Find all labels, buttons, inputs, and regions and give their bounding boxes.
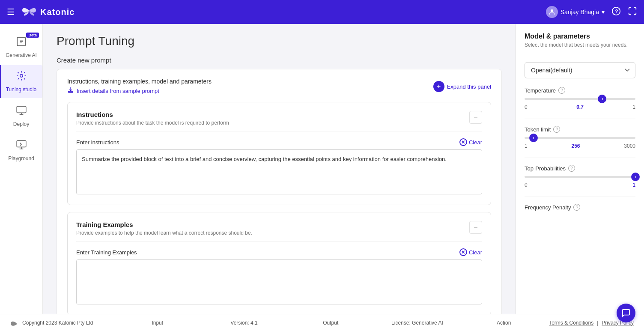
training-header-text: Training Examples Provide examples to he…	[76, 221, 252, 236]
playground-icon	[16, 139, 27, 153]
svg-point-0	[551, 9, 553, 12]
content-area: Prompt Tuning Create new prompt Instruct…	[43, 24, 516, 314]
top-prob-slider-track[interactable]	[525, 176, 635, 178]
terms-link[interactable]: Terms & Conditions	[549, 320, 593, 326]
insert-sample-icon	[67, 86, 74, 95]
user-chevron-icon: ▾	[602, 9, 605, 15]
copyright-text: Copyright 2023 Katonic Pty Ltd	[22, 320, 93, 326]
footer-divider: |	[597, 320, 598, 326]
card-header: Instructions, training examples, model a…	[67, 78, 491, 95]
expand-panel-label: Expand this panel	[447, 83, 491, 90]
frequency-penalty-help-icon[interactable]: ?	[573, 204, 580, 211]
instructions-field-label: Enter instructions ✕ Clear	[76, 138, 482, 146]
create-section-label: Create new prompt	[57, 57, 502, 64]
sidebar-item-label: Tuning studio	[6, 86, 37, 92]
training-title: Training Examples	[76, 221, 252, 228]
training-examples-section: Training Examples Provide examples to he…	[67, 212, 491, 314]
training-clear-button[interactable]: ✕ Clear	[459, 248, 482, 256]
instructions-section-header: Instructions Provide instructions about …	[76, 111, 482, 131]
menu-toggle-button[interactable]: ☰	[7, 7, 15, 17]
user-menu[interactable]: Sanjay Bhagia ▾	[546, 6, 605, 18]
instructions-title: Instructions	[76, 111, 229, 118]
training-clear-label: Clear	[469, 249, 482, 256]
instructions-textarea[interactable]: Summarize the provided block of text int…	[76, 149, 482, 194]
top-prob-value: 1	[632, 182, 635, 188]
card-header-left: Instructions, training examples, model a…	[67, 78, 212, 95]
output-label: Output	[323, 320, 338, 326]
temperature-slider-track[interactable]	[525, 98, 635, 100]
sidebar-item-playground[interactable]: Playground	[0, 134, 42, 167]
input-section: Input	[114, 320, 201, 326]
license-section: License: Generative AI	[374, 320, 460, 326]
token-limit-slider-thumb[interactable]	[529, 134, 538, 142]
training-collapse-button[interactable]: −	[469, 221, 482, 234]
active-indicator	[0, 65, 1, 98]
logo: Katonic	[21, 4, 546, 20]
sidebar-item-label: Generative AI	[6, 52, 37, 58]
token-limit-help-icon[interactable]: ?	[553, 126, 560, 133]
temperature-slider-container: Temperature ? 0 0.7 1	[525, 87, 635, 110]
fullscreen-button[interactable]	[628, 6, 637, 18]
token-limit-label: Token limit ?	[525, 126, 635, 133]
instructions-collapse-button[interactable]: −	[469, 111, 482, 124]
temperature-value: 0.7	[576, 104, 584, 110]
param-divider-2	[525, 158, 635, 158]
expand-panel-button[interactable]: + Expand this panel	[433, 81, 491, 92]
deploy-icon	[16, 105, 27, 119]
model-select[interactable]: Openai(default)	[525, 62, 635, 78]
sidebar-item-generative-ai[interactable]: Beta Generative AI	[0, 31, 42, 63]
generative-ai-icon	[16, 36, 27, 50]
training-textarea[interactable]	[76, 259, 482, 304]
sidebar-item-label: Deploy	[13, 121, 29, 127]
temperature-slider-thumb[interactable]	[598, 95, 606, 103]
token-limit-value: 256	[571, 143, 580, 149]
top-prob-slider-thumb[interactable]	[631, 173, 640, 181]
license-label: License: Generative AI	[391, 320, 443, 326]
training-field-label: Enter Training Examples ✕ Clear	[76, 248, 482, 256]
param-divider-3	[525, 197, 635, 197]
instructions-desc: Provide instructions about the task the …	[76, 120, 229, 126]
copyright-section: Copyright 2023 Katonic Pty Ltd	[10, 319, 114, 327]
output-section: Output	[287, 320, 374, 326]
logo-icon	[21, 4, 37, 20]
model-params-title: Model & parameters	[525, 33, 635, 40]
top-prob-label: Top-Probabilities ?	[525, 165, 635, 172]
svg-rect-5	[17, 106, 26, 113]
token-limit-slider-container: Token limit ? 1 256 3000	[525, 126, 635, 149]
svg-point-4	[20, 75, 23, 78]
param-divider-1	[525, 119, 635, 119]
bottom-bar: Copyright 2023 Katonic Pty Ltd Input Ver…	[0, 314, 644, 331]
instructions-clear-label: Clear	[469, 139, 482, 146]
sidebar-item-deploy[interactable]: Deploy	[0, 100, 42, 132]
main-layout: Beta Generative AI Tuning studio Deploy	[0, 24, 644, 314]
action-label: Action	[497, 320, 511, 326]
help-button[interactable]: ?	[611, 6, 621, 18]
top-prob-slider-labels: 0 1	[525, 182, 635, 188]
sidebar: Beta Generative AI Tuning studio Deploy	[0, 24, 43, 314]
temperature-help-icon[interactable]: ?	[558, 87, 565, 94]
user-name: Sanjay Bhagia	[561, 9, 599, 15]
navbar-right: Sanjay Bhagia ▾ ?	[546, 6, 637, 18]
instructions-section: Instructions Provide instructions about …	[67, 102, 491, 205]
collapse-minus-icon: −	[474, 113, 477, 121]
training-collapse-minus-icon: −	[474, 224, 477, 231]
version-section: Version: 4.1	[201, 320, 287, 326]
tuning-studio-icon	[16, 70, 27, 84]
training-desc: Provide examples to help the model learn…	[76, 230, 252, 236]
clear-icon: ✕	[459, 138, 467, 146]
logo-text: Katonic	[40, 7, 75, 17]
instructions-clear-button[interactable]: ✕ Clear	[459, 138, 482, 146]
chat-button[interactable]	[617, 304, 635, 322]
top-prob-help-icon[interactable]: ?	[568, 165, 575, 172]
token-limit-slider-track[interactable]	[525, 137, 635, 139]
sidebar-item-tuning-studio[interactable]: Tuning studio	[0, 65, 42, 98]
insert-sample-link[interactable]: Insert details from sample prompt	[67, 86, 212, 95]
insert-sample-label: Insert details from sample prompt	[77, 88, 159, 94]
version-label: Version: 4.1	[230, 320, 257, 326]
top-prob-slider-container: Top-Probabilities ? 0 1	[525, 165, 635, 188]
card-header-title: Instructions, training examples, model a…	[67, 78, 212, 85]
instructions-header-text: Instructions Provide instructions about …	[76, 111, 229, 126]
frequency-penalty-label: Frequency Penalty ?	[525, 204, 635, 211]
training-clear-icon: ✕	[459, 248, 467, 256]
right-panel: Model & parameters Select the model that…	[516, 24, 644, 314]
